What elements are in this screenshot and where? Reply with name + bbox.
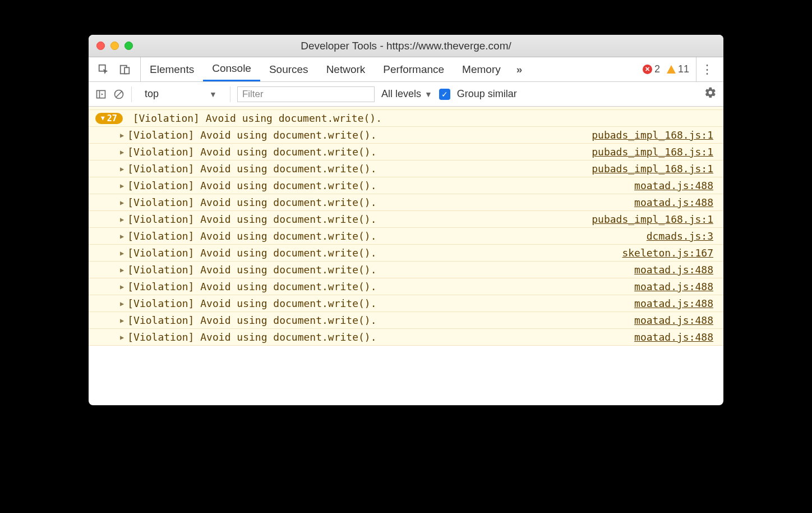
levels-label: All levels: [381, 88, 421, 100]
tab-console[interactable]: Console: [203, 57, 260, 81]
maximize-window-button[interactable]: [124, 42, 133, 50]
svg-line-5: [116, 91, 122, 97]
row-message: [Violation] Avoid using document.write()…: [127, 196, 376, 208]
caret-right-icon: ▶: [120, 266, 124, 274]
context-label: top: [145, 88, 159, 100]
row-message: [Violation] Avoid using document.write()…: [127, 213, 376, 225]
row-message: [Violation] Avoid using document.write()…: [127, 146, 376, 158]
tab-performance[interactable]: Performance: [374, 57, 453, 81]
error-count-badge[interactable]: ✕ 2: [643, 63, 660, 75]
caret-right-icon: ▶: [120, 148, 124, 156]
clear-console-icon[interactable]: [113, 89, 124, 100]
console-row[interactable]: ▶[Violation] Avoid using document.write(…: [89, 127, 723, 144]
row-source-link[interactable]: pubads_impl_168.js:1: [592, 146, 713, 158]
titlebar: Developer Tools - https://www.theverge.c…: [89, 35, 723, 57]
console-toolbar: top ▼ All levels ▼ ✓ Group similar: [89, 82, 723, 107]
chevron-down-icon: ▼: [209, 90, 217, 99]
console-row[interactable]: ▶[Violation] Avoid using document.write(…: [89, 329, 723, 346]
tab-network[interactable]: Network: [317, 57, 375, 81]
warning-icon: [667, 65, 676, 74]
caret-down-icon: ▼: [101, 114, 105, 122]
caret-right-icon: ▶: [120, 216, 124, 223]
caret-right-icon: ▶: [120, 300, 124, 308]
console-row[interactable]: ▶[Violation] Avoid using document.write(…: [89, 278, 723, 295]
warning-count-badge[interactable]: 11: [667, 63, 689, 75]
tabs-left-icons: [89, 57, 141, 81]
separator: [131, 86, 132, 102]
context-selector[interactable]: top ▼: [139, 88, 223, 100]
row-source-link[interactable]: pubads_impl_168.js:1: [592, 163, 713, 175]
caret-right-icon: ▶: [120, 232, 124, 240]
toggle-sidebar-icon[interactable]: [95, 89, 107, 100]
group-message: [Violation] Avoid using document.write()…: [133, 112, 382, 124]
console-row[interactable]: ▶[Violation] Avoid using document.write(…: [89, 194, 723, 211]
row-message: [Violation] Avoid using document.write()…: [127, 129, 376, 141]
console-row[interactable]: ▶[Violation] Avoid using document.write(…: [89, 177, 723, 194]
devtools-window: Developer Tools - https://www.theverge.c…: [89, 35, 723, 405]
settings-icon[interactable]: [704, 86, 717, 102]
row-source-link[interactable]: skeleton.js:167: [622, 247, 713, 259]
svg-rect-2: [124, 67, 129, 74]
log-levels-selector[interactable]: All levels ▼: [381, 88, 432, 100]
separator: [230, 86, 230, 102]
row-source-link[interactable]: moatad.js:488: [634, 297, 713, 309]
row-message: [Violation] Avoid using document.write()…: [127, 230, 376, 242]
traffic-lights: [89, 42, 133, 50]
console-row[interactable]: ▶[Violation] Avoid using document.write(…: [89, 211, 723, 228]
row-source-link[interactable]: moatad.js:488: [634, 180, 713, 191]
console-body: ▼ 27 [Violation] Avoid using document.wr…: [89, 107, 723, 405]
group-count: 27: [107, 113, 117, 123]
console-row[interactable]: ▶[Violation] Avoid using document.write(…: [89, 144, 723, 161]
caret-right-icon: ▶: [120, 131, 124, 139]
group-count-badge: ▼ 27: [95, 113, 123, 124]
row-source-link[interactable]: moatad.js:488: [634, 331, 713, 343]
caret-right-icon: ▶: [120, 182, 124, 190]
tab-sources[interactable]: Sources: [260, 57, 317, 81]
error-icon: ✕: [643, 65, 652, 74]
error-count: 2: [654, 63, 660, 75]
row-source-link[interactable]: dcmads.js:3: [647, 230, 713, 242]
filter-input[interactable]: [237, 86, 375, 102]
row-source-link[interactable]: pubads_impl_168.js:1: [592, 129, 713, 141]
console-rows: ▶[Violation] Avoid using document.write(…: [89, 127, 723, 346]
warning-count: 11: [678, 63, 689, 75]
caret-right-icon: ▶: [120, 333, 124, 341]
row-message: [Violation] Avoid using document.write()…: [127, 180, 376, 191]
row-message: [Violation] Avoid using document.write()…: [127, 247, 376, 259]
console-row[interactable]: ▶[Violation] Avoid using document.write(…: [89, 295, 723, 312]
tab-container: ElementsConsoleSourcesNetworkPerformance…: [141, 57, 510, 81]
row-source-link[interactable]: moatad.js:488: [634, 264, 713, 276]
console-row[interactable]: ▶[Violation] Avoid using document.write(…: [89, 161, 723, 177]
row-message: [Violation] Avoid using document.write()…: [127, 331, 376, 343]
caret-right-icon: ▶: [120, 317, 124, 324]
caret-right-icon: ▶: [120, 199, 124, 207]
console-row[interactable]: ▶[Violation] Avoid using document.write(…: [89, 312, 723, 329]
row-message: [Violation] Avoid using document.write()…: [127, 281, 376, 292]
row-source-link[interactable]: pubads_impl_168.js:1: [592, 213, 713, 225]
console-row[interactable]: ▶[Violation] Avoid using document.write(…: [89, 245, 723, 262]
window-title: Developer Tools - https://www.theverge.c…: [89, 40, 723, 52]
row-source-link[interactable]: moatad.js:488: [634, 314, 713, 326]
row-message: [Violation] Avoid using document.write()…: [127, 314, 376, 326]
minimize-window-button[interactable]: [110, 42, 119, 50]
row-source-link[interactable]: moatad.js:488: [634, 281, 713, 292]
tab-elements[interactable]: Elements: [141, 57, 203, 81]
row-message: [Violation] Avoid using document.write()…: [127, 297, 376, 309]
console-row[interactable]: ▶[Violation] Avoid using document.write(…: [89, 228, 723, 245]
more-menu-button[interactable]: ⋮: [696, 57, 718, 81]
tabs-overflow-button[interactable]: »: [510, 57, 529, 81]
close-window-button[interactable]: [96, 42, 105, 50]
tab-memory[interactable]: Memory: [453, 57, 510, 81]
svg-rect-3: [97, 90, 105, 98]
inspect-icon[interactable]: [98, 63, 110, 76]
device-toggle-icon[interactable]: [119, 63, 131, 76]
caret-right-icon: ▶: [120, 165, 124, 173]
chevron-down-icon: ▼: [425, 90, 432, 99]
console-group-header[interactable]: ▼ 27 [Violation] Avoid using document.wr…: [89, 110, 723, 127]
console-row[interactable]: ▶[Violation] Avoid using document.write(…: [89, 262, 723, 278]
row-message: [Violation] Avoid using document.write()…: [127, 163, 376, 175]
row-message: [Violation] Avoid using document.write()…: [127, 264, 376, 276]
group-similar-checkbox[interactable]: ✓: [439, 89, 450, 100]
row-source-link[interactable]: moatad.js:488: [634, 196, 713, 208]
caret-right-icon: ▶: [120, 249, 124, 257]
